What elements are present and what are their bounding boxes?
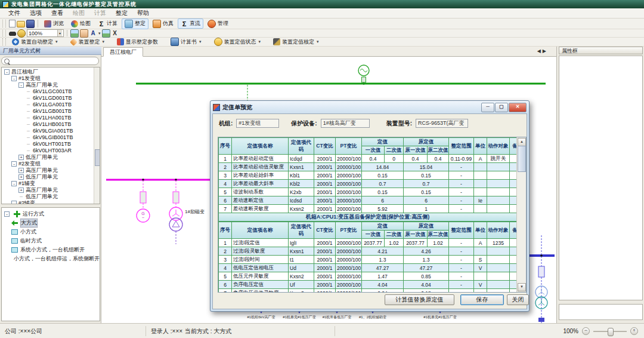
model-field[interactable]: RCS-9653T(高厂变 xyxy=(416,119,468,128)
expand-icon[interactable]: + xyxy=(18,155,24,160)
toolbar-grip[interactable] xyxy=(2,30,6,36)
toolbar-grip[interactable] xyxy=(2,20,6,28)
table-row[interactable]: 1过流I段定值IglI2000/120000/1002037.771.02203… xyxy=(219,239,518,247)
chevron-down-icon[interactable]: ▾ xyxy=(103,39,105,44)
chevron-down-icon[interactable]: ▾ xyxy=(317,39,319,44)
tree-node-高压厂用单元[interactable]: +高压厂用单元 xyxy=(3,187,100,193)
expand-icon[interactable]: + xyxy=(18,168,24,173)
toolbar-button-装置定值核定[interactable]: 装置定值核定▾ xyxy=(270,37,322,47)
tree-node-昌江核电厂[interactable]: -昌江核电厂 xyxy=(3,69,100,75)
property-panel-body[interactable] xyxy=(559,56,643,300)
tree-node-6kV1LHB001TB[interactable]: –6kV1LHB001TB xyxy=(3,121,100,128)
collapse-icon[interactable]: - xyxy=(18,82,24,88)
table-row[interactable]: 3过流I段时间t12000/120000/1001.31.3-S xyxy=(219,256,518,264)
tree-node-#1发变组[interactable]: -#1发变组 xyxy=(3,75,100,82)
delete-icon[interactable]: X xyxy=(112,30,119,37)
table-row[interactable]: 7差动速断灵敏度Kxsn22000/120000/1005.921- xyxy=(219,205,518,213)
table-scrollbar-thumb[interactable] xyxy=(518,146,526,172)
table-row[interactable]: 2比率差动起动值灵敏度Kxsn12000/120000/10014.8415.0… xyxy=(219,163,518,171)
menu-item-文件[interactable]: 文件 xyxy=(4,8,25,18)
tree-node-6kV0LHT003AR[interactable]: –6kV0LHT003AR xyxy=(3,148,100,154)
new-file-icon[interactable] xyxy=(9,20,16,27)
tree-node-6kV9LGIB001TB[interactable]: –6kV9LGIB001TB xyxy=(3,134,100,141)
tree-node-#2发变组[interactable]: -#2发变组 xyxy=(3,161,100,167)
tree-node-#2辅变[interactable]: -#2辅变 xyxy=(3,200,100,204)
zoom-slider-thumb[interactable] xyxy=(608,328,614,336)
mode-item-临时方式[interactable]: 临时方式 xyxy=(2,236,100,245)
font-icon[interactable]: A xyxy=(89,30,97,37)
chevron-down-icon[interactable]: ▾ xyxy=(259,39,261,44)
unit-field[interactable]: #1发变组 xyxy=(236,119,279,128)
chevron-down-icon[interactable]: ▾ xyxy=(57,30,62,36)
close-icon[interactable]: ✕ xyxy=(509,103,527,112)
tree-node-6kV1LGD001TB[interactable]: –6kV1LGD001TB xyxy=(3,95,100,102)
tree-node-6kV1LGB001TB[interactable]: –6kV1LGB001TB xyxy=(3,108,100,115)
tree-node-6kV1LGA001TB[interactable]: –6kV1LGA001TB xyxy=(3,102,100,108)
collapse-icon[interactable]: - xyxy=(11,161,17,167)
find-icon[interactable] xyxy=(9,30,16,37)
table-row[interactable]: 3比率差动起始斜率Kbl12000/120000/1000.150.15- xyxy=(219,171,518,180)
menu-item-查看[interactable]: 查看 xyxy=(47,8,68,18)
generator-symbol[interactable] xyxy=(358,65,369,85)
mode-item-大方式[interactable]: 大方式 xyxy=(2,219,100,228)
device-field[interactable]: 1#核岛高厂变 xyxy=(321,119,370,128)
zoom-in-icon[interactable]: + xyxy=(630,327,638,335)
toolbar-button-计算书[interactable]: 计算书▾ xyxy=(168,36,205,47)
table-row[interactable]: 5谐波制动系数K2xb2000/120000/1000.150.15- xyxy=(219,188,518,196)
mode-item-系统小方式，一台机组断开[interactable]: 系统小方式，一台机组断开 xyxy=(2,245,100,254)
tree-node-高压厂用单元[interactable]: +高压厂用单元 xyxy=(3,167,100,174)
tree-node-低压厂用单元[interactable]: –低压厂用单元 xyxy=(3,193,100,200)
tree-node-低压厂用单元[interactable]: +低压厂用单元 xyxy=(3,154,100,161)
menu-item-帮助[interactable]: 帮助 xyxy=(132,8,154,18)
lv-transformer-feeder[interactable] xyxy=(530,235,555,323)
chevron-down-icon[interactable]: ▾ xyxy=(199,39,202,44)
table-row[interactable]: 4低电压定值相电压Ud2000/120000/10047.2747.27-V xyxy=(219,264,518,272)
tree-search-input[interactable] xyxy=(1,57,99,65)
tree-scrollbar[interactable] xyxy=(94,67,100,204)
tree-node-低压厂用单元[interactable]: +低压厂用单元 xyxy=(3,174,100,180)
chevron-down-icon[interactable]: ▾ xyxy=(98,31,101,36)
table-row[interactable]: 4比率差动最大斜率Kbl22000/120000/1000.70.7- xyxy=(219,180,518,188)
table-row[interactable]: 5低压元件灵敏度Kxsn22000/120000/1001.470.85- xyxy=(219,272,518,281)
toolbar-button-直流[interactable]: Σ直流 xyxy=(178,19,203,29)
table-row[interactable]: 6负序电压定值Uf2000/120000/1004.044.04-V xyxy=(219,281,518,289)
table-row[interactable]: 7负序电压元件灵敏度Kxsn32000/120000/1000.240.18- xyxy=(219,289,518,293)
toolbar-button-装置整定[interactable]: 装置整定▾ xyxy=(67,37,108,47)
dialog-title-bar[interactable]: 定值单预览 ─ ▢ ✕ xyxy=(210,101,529,113)
toolbar-button-仿真[interactable]: 仿真 xyxy=(150,19,177,29)
tree-node-6kV9LGIA001TB[interactable]: –6kV9LGIA001TB xyxy=(3,128,100,134)
open-file-icon[interactable] xyxy=(17,21,25,27)
maximize-button[interactable]: ▢ xyxy=(495,103,508,112)
collapse-icon[interactable]: - xyxy=(11,201,17,204)
save-button[interactable]: 保存 xyxy=(460,294,504,305)
tab-nav-arrows[interactable]: ◀▶ xyxy=(537,48,548,54)
tree-node-6kV1LHA001TB[interactable]: –6kV1LHA001TB xyxy=(3,115,100,121)
chevron-down-icon[interactable]: ▾ xyxy=(55,39,58,44)
tree-scrollbar-thumb[interactable] xyxy=(95,149,100,166)
zoom-out-icon[interactable]: − xyxy=(582,327,590,335)
toolbar-button-装置自动整定[interactable]: 装置自动整定▾ xyxy=(9,37,61,47)
toolbar-button-显示整定参数[interactable]: 显示整定参数 xyxy=(114,37,161,47)
toolbar-button-浏览[interactable]: 浏览 xyxy=(41,19,67,29)
menu-item-选项[interactable]: 选项 xyxy=(25,8,47,18)
tab-changjiang-plant[interactable]: 昌江核电厂 xyxy=(103,47,143,57)
toolbar-button-管理[interactable]: 管理 xyxy=(205,19,231,29)
toolbar-button-装置定值状态[interactable]: 装置定值状态▾ xyxy=(211,36,264,47)
table-row[interactable]: 1比率差动起动定值Icdqd2000/120000/1000.400.40.40… xyxy=(219,155,518,163)
collapse-icon[interactable]: - xyxy=(11,76,17,81)
collapse-icon[interactable]: - xyxy=(11,181,17,186)
toolbar-button-整定[interactable]: 整定 xyxy=(122,19,148,29)
replace-with-calculated-button[interactable]: 计算值替换原定值 xyxy=(385,294,454,305)
minimize-button[interactable]: ─ xyxy=(481,103,494,112)
collapse-icon[interactable]: - xyxy=(4,211,10,217)
mode-tree-root[interactable]: -运行方式 xyxy=(2,210,100,219)
table-row[interactable]: 2过流I段灵敏度Kxsn12000/120000/1004.214.26- xyxy=(219,247,518,256)
expand-icon[interactable]: + xyxy=(18,174,24,180)
expand-icon[interactable]: + xyxy=(18,188,24,193)
save-file-icon[interactable] xyxy=(26,20,35,28)
close-button[interactable]: 关闭 xyxy=(507,294,529,305)
zoom-slider[interactable] xyxy=(593,331,627,332)
scroll-down-icon[interactable]: ▼ xyxy=(518,283,526,291)
excitation-transformer[interactable] xyxy=(169,179,182,244)
mode-item-小方式，一台机组停运，系统侧断开[interactable]: 小方式，一台机组停运，系统侧断开 xyxy=(2,254,100,263)
